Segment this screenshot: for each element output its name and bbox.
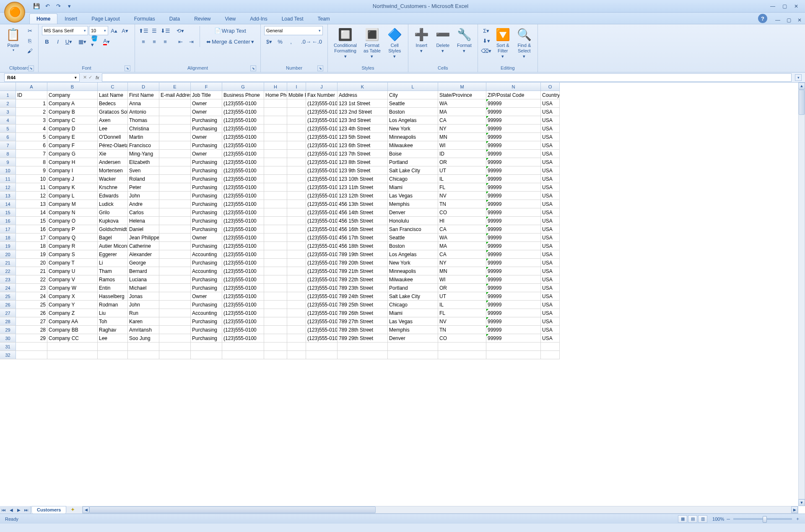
cell[interactable]: Las Vegas — [388, 192, 438, 200]
tab-page-layout[interactable]: Page Layout — [84, 13, 127, 24]
cell[interactable] — [287, 309, 306, 317]
tab-load-test[interactable]: Load Test — [275, 13, 311, 24]
cell[interactable]: NY — [438, 259, 486, 267]
tab-add-ins[interactable]: Add-Ins — [243, 13, 274, 24]
row-header[interactable]: 30 — [0, 334, 16, 343]
cell[interactable] — [159, 284, 191, 292]
scroll-right-icon[interactable]: ▶ — [791, 506, 798, 513]
cell[interactable] — [128, 343, 159, 351]
cell[interactable] — [541, 351, 560, 359]
paste-button[interactable]: 📋Paste▾ — [3, 26, 23, 54]
percent-icon[interactable]: % — [275, 37, 285, 46]
row-header[interactable]: 24 — [0, 284, 16, 292]
cell[interactable]: Company C — [47, 116, 98, 125]
cell[interactable]: (123)555-0100 — [306, 317, 338, 326]
cell[interactable]: 17 — [16, 234, 47, 242]
cell[interactable] — [287, 183, 306, 192]
undo-icon[interactable]: ↶ — [43, 2, 52, 11]
cell[interactable]: 99999 — [486, 292, 541, 301]
cell[interactable]: Business Phone — [222, 91, 264, 99]
cell[interactable]: Carlos — [128, 208, 159, 217]
cell[interactable] — [486, 351, 541, 359]
cell[interactable]: (123)555-0100 — [222, 259, 264, 267]
cell[interactable]: 6 — [16, 141, 47, 150]
cell[interactable]: Company F — [47, 141, 98, 150]
cell[interactable]: WA — [438, 99, 486, 108]
row-header[interactable]: 7 — [0, 141, 16, 150]
cell[interactable]: Company E — [47, 133, 98, 141]
cell[interactable]: (123)555-0100 — [306, 275, 338, 284]
cell[interactable]: ID — [16, 91, 47, 99]
cell[interactable]: Portland — [388, 284, 438, 292]
copy-icon[interactable]: ⎘ — [25, 36, 35, 45]
workbook-close-icon[interactable]: ✕ — [794, 16, 805, 24]
cell[interactable] — [264, 234, 287, 242]
cell[interactable]: (123)555-0100 — [306, 183, 338, 192]
cell[interactable]: 14 — [16, 208, 47, 217]
cell[interactable]: Xie — [98, 150, 128, 158]
cell[interactable]: (123)555-0100 — [306, 175, 338, 183]
cell[interactable]: Amritansh — [128, 326, 159, 334]
cell[interactable]: Thomas — [128, 116, 159, 125]
cell[interactable]: 18 — [16, 242, 47, 250]
grow-font-icon[interactable]: A▴ — [109, 26, 119, 35]
cell[interactable]: USA — [541, 192, 560, 200]
fill-icon[interactable]: ⬇▾ — [481, 36, 491, 45]
cell[interactable]: Purchasing — [191, 326, 222, 334]
cell[interactable]: O'Donnell — [98, 133, 128, 141]
cell[interactable] — [159, 116, 191, 125]
bold-icon[interactable]: B — [42, 37, 52, 46]
cell[interactable]: USA — [541, 326, 560, 334]
cell[interactable]: CO — [438, 208, 486, 217]
cell[interactable]: ID — [438, 150, 486, 158]
cell[interactable] — [47, 351, 98, 359]
cell[interactable] — [438, 351, 486, 359]
cell[interactable]: (123)555-0100 — [306, 125, 338, 133]
orientation-icon[interactable]: ⟲▾ — [175, 26, 185, 35]
cell[interactable]: Company G — [47, 150, 98, 158]
cell[interactable]: Helena — [128, 217, 159, 225]
cell[interactable]: Accounting — [191, 309, 222, 317]
cell[interactable]: Company A — [47, 99, 98, 108]
row-header[interactable]: 9 — [0, 158, 16, 166]
font-color-icon[interactable]: A▾ — [101, 37, 112, 46]
cell[interactable]: WI — [438, 141, 486, 150]
cell[interactable] — [264, 225, 287, 234]
cell[interactable]: Company H — [47, 158, 98, 166]
cell[interactable]: Milwaukee — [388, 141, 438, 150]
cell[interactable]: 7 — [16, 150, 47, 158]
cell[interactable]: Purchasing — [191, 301, 222, 309]
cell[interactable]: Toh — [98, 317, 128, 326]
dialog-launcher-icon[interactable]: ⬊ — [125, 65, 130, 71]
cell[interactable] — [264, 208, 287, 217]
cell[interactable]: IL — [438, 175, 486, 183]
cell[interactable] — [159, 141, 191, 150]
cell[interactable]: 25 — [16, 301, 47, 309]
cell[interactable] — [287, 158, 306, 166]
scroll-left-icon[interactable]: ◀ — [83, 506, 89, 513]
cell[interactable]: WI — [438, 275, 486, 284]
cell[interactable]: Fax Number — [306, 91, 338, 99]
autosum-icon[interactable]: Σ▾ — [481, 26, 491, 35]
cell[interactable] — [159, 192, 191, 200]
row-header[interactable]: 22 — [0, 267, 16, 275]
cell[interactable]: Luciana — [128, 275, 159, 284]
cell[interactable]: 123 6th Street — [338, 141, 388, 150]
cell[interactable]: Boston — [388, 242, 438, 250]
shrink-font-icon[interactable]: A▾ — [120, 26, 130, 35]
cell[interactable]: New York — [388, 125, 438, 133]
cell[interactable]: 99999 — [486, 192, 541, 200]
cell[interactable] — [438, 343, 486, 351]
cell[interactable]: 456 17th Street — [338, 234, 388, 242]
cell[interactable]: City — [388, 91, 438, 99]
dialog-launcher-icon[interactable]: ⬊ — [250, 65, 256, 71]
cell[interactable]: Company Y — [47, 301, 98, 309]
cell[interactable]: CA — [438, 250, 486, 259]
cell[interactable] — [159, 334, 191, 343]
cell[interactable]: Purchasing — [191, 217, 222, 225]
cell[interactable]: CO — [438, 334, 486, 343]
cell[interactable]: Last Name — [98, 91, 128, 99]
cell[interactable]: 99999 — [486, 158, 541, 166]
cell[interactable] — [264, 343, 287, 351]
cell[interactable]: Company W — [47, 284, 98, 292]
